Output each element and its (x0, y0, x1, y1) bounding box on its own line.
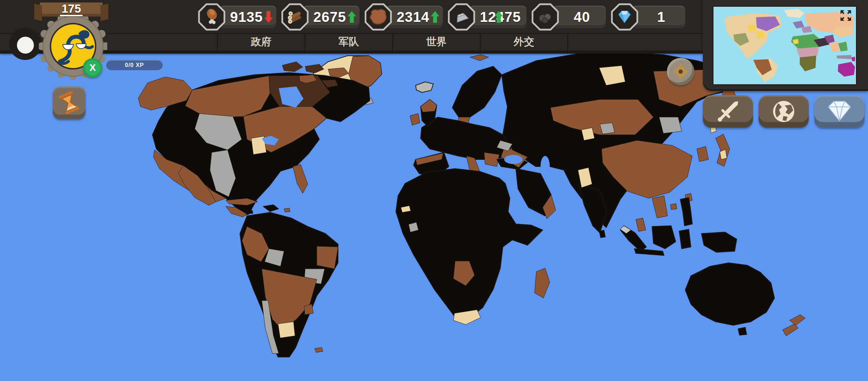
ingot-icon (452, 7, 471, 26)
diamond-icon (615, 7, 634, 26)
joystick-button[interactable] (17, 37, 34, 54)
resource-wood[interactable]: 2675 (281, 2, 360, 31)
gem-value: 1 (657, 9, 665, 25)
settings-button[interactable] (667, 58, 694, 85)
player-level: 175 (60, 3, 82, 17)
coal-icon (536, 7, 555, 26)
resource-coal[interactable]: 40 (531, 2, 606, 31)
tab-world[interactable]: 世界 (392, 33, 480, 54)
level-up-badge[interactable]: X (83, 58, 102, 78)
globe-icon (771, 99, 796, 124)
trend-up-icon (431, 11, 439, 23)
level-banner: 175 (40, 2, 103, 17)
gem-icon (824, 99, 855, 124)
world-button[interactable] (759, 95, 809, 128)
xp-text: 0/0 XP (125, 62, 144, 68)
minimap[interactable] (713, 6, 857, 85)
resource-bar: 9135 2675 (198, 2, 685, 31)
expand-icon[interactable] (840, 10, 852, 22)
war-button[interactable] (703, 95, 753, 128)
leather-value: 2314 (397, 9, 429, 25)
minimap-panel (703, 0, 868, 91)
trend-up-icon (494, 11, 503, 23)
trend-down-icon (264, 11, 273, 23)
premium-button[interactable] (814, 95, 864, 128)
sword-icon (713, 96, 743, 127)
tab-government[interactable]: 政府 (217, 33, 305, 54)
drumstick-icon (203, 8, 221, 26)
gear-icon (673, 64, 689, 80)
logs-icon (285, 7, 305, 26)
resource-leather[interactable]: 2314 (364, 2, 443, 31)
resource-gem[interactable]: 1 (610, 2, 685, 31)
timer-button[interactable] (53, 86, 85, 119)
xp-bar: 0/0 XP (106, 60, 163, 70)
hourglass-icon (56, 90, 82, 115)
main-tabs: 政府 军队 世界 外交 (217, 33, 568, 54)
coal-value: 40 (574, 9, 590, 25)
tab-diplomacy[interactable]: 外交 (480, 33, 568, 54)
leather-icon (369, 7, 388, 26)
minimap-world (713, 7, 856, 84)
resource-food[interactable]: 9135 (198, 2, 276, 31)
resource-stone[interactable]: 12475 (447, 2, 526, 31)
wood-value: 2675 (313, 9, 346, 25)
tab-army[interactable]: 军队 (305, 33, 392, 54)
trend-up-icon (348, 11, 356, 23)
food-value: 9135 (230, 9, 263, 25)
